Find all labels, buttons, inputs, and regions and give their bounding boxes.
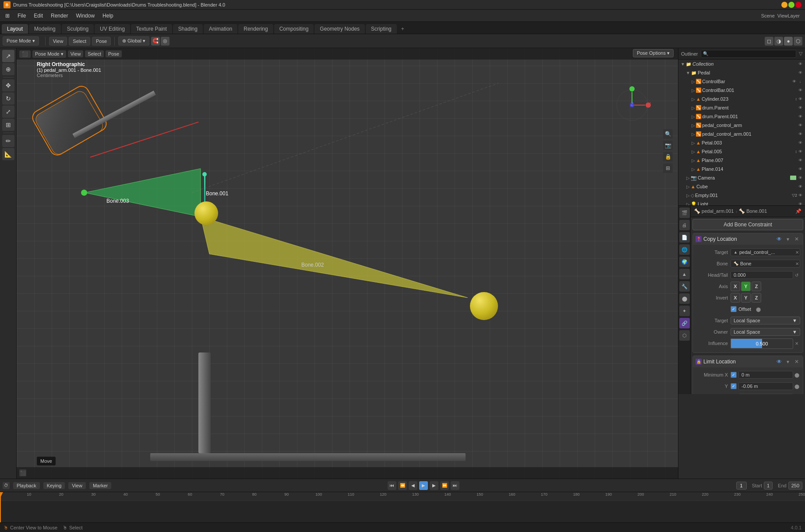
tab-animation[interactable]: Animation [204, 24, 237, 34]
invert-x-btn[interactable]: X [731, 293, 740, 303]
tab-sculpting[interactable]: Sculpting [62, 24, 94, 34]
viewport-shading-4[interactable]: ⬡ [794, 37, 802, 46]
camera-hide[interactable]: 👁 [797, 175, 803, 181]
start-frame[interactable]: 1 [764, 482, 773, 490]
pedal-hide[interactable]: 👁 [797, 70, 803, 76]
mode-selector[interactable]: Pose Mode ▾ [3, 36, 39, 46]
snap-toggle[interactable]: 🧲 [151, 37, 160, 46]
controlbar001-hide[interactable]: 👁 [797, 87, 803, 93]
viewport-pose-menu[interactable]: Pose [106, 50, 122, 57]
jump-forward-btn[interactable]: ▶ [430, 481, 438, 490]
add-constraint-button[interactable]: Add Bone Constraint [692, 219, 803, 230]
outliner-item-cylinder023[interactable]: ▷ ▲ Cylinder.023 ↕ 👁 [678, 95, 805, 103]
outliner-item-collection[interactable]: ▼ 📁 Collection 👁 [678, 60, 805, 68]
outliner-search[interactable]: 🔍 [701, 50, 796, 58]
petal003-hide[interactable]: 👁 [797, 140, 803, 146]
close-button[interactable] [795, 2, 801, 8]
viewport-shading-1[interactable]: ◻ [765, 37, 773, 46]
marker-menu[interactable]: Marker [89, 482, 111, 489]
keying-menu[interactable]: Keying [43, 482, 65, 489]
view-timeline-menu[interactable]: View [68, 482, 86, 489]
tab-layout[interactable]: Layout [2, 24, 28, 34]
invert-y-btn[interactable]: Y [741, 293, 751, 303]
proportional-edit[interactable]: ◎ [161, 37, 169, 46]
outliner-item-petal003[interactable]: ▷ ▲ Petal.003 👁 [678, 138, 805, 147]
props-render-icon[interactable]: 🎬 [679, 208, 690, 218]
props-object-icon[interactable]: ▲ [679, 269, 690, 279]
headtail-value[interactable]: 0.000 [731, 271, 793, 279]
file-menu[interactable]: File [14, 11, 29, 20]
tab-compositing[interactable]: Compositing [274, 24, 314, 34]
maximize-button[interactable] [788, 2, 794, 8]
tab-texture-paint[interactable]: Texture Paint [131, 24, 172, 34]
pca-hide[interactable]: 👁 [797, 122, 803, 128]
outliner-item-light[interactable]: ▷ 💡 Light 👁 [678, 200, 805, 206]
drum-parent001-hide[interactable]: 👁 [797, 113, 803, 120]
owner-space-dropdown[interactable]: Local Space ▼ [731, 328, 800, 336]
outliner-item-cube[interactable]: ▷ ▲ Cube 👁 [678, 182, 805, 191]
cb-expand[interactable]: ▷ [691, 79, 696, 84]
props-pin[interactable]: 📌 [795, 208, 801, 214]
outliner-item-controlbar001[interactable]: ▷ 🦴 ControlBar.001 👁 [678, 86, 805, 95]
offset-checkbox[interactable] [731, 306, 737, 312]
tab-uv-editing[interactable]: UV Editing [95, 24, 130, 34]
min-x-reset[interactable]: ⬤ [793, 371, 800, 378]
min-y-field[interactable]: -0.06 m [738, 382, 793, 390]
zoom-to-fit[interactable]: 🔍 [663, 129, 673, 139]
cursor-tool[interactable]: ⊕ [2, 63, 14, 75]
outliner-item-controlbar[interactable]: ▷ 🦴 ControlBar 👁 ↓ [678, 77, 805, 86]
view-menu[interactable]: View [49, 37, 67, 46]
grid-view[interactable]: ⊞ [663, 163, 673, 173]
move-tool[interactable]: ✥ [2, 79, 14, 92]
outliner-item-drum-parent001[interactable]: ▷ 🦴 drum.Parent.001 👁 [678, 112, 805, 121]
offset-reset[interactable]: ⬤ [755, 306, 762, 313]
pose-options-btn[interactable]: Pose Options ▾ [633, 49, 674, 57]
scale-tool[interactable]: ⤢ [2, 106, 14, 118]
tab-modeling[interactable]: Modeling [29, 24, 61, 34]
blender-menu-item[interactable]: ⊞ [2, 11, 13, 20]
controlbar-hide[interactable]: 👁 [791, 78, 797, 85]
limit-location-close[interactable]: ✕ [793, 358, 800, 365]
tab-shading[interactable]: Shading [173, 24, 203, 34]
pedal-expand[interactable]: ▼ [685, 70, 691, 75]
invert-z-btn[interactable]: Z [752, 293, 761, 303]
props-constraints-icon[interactable]: 🔗 [679, 318, 690, 328]
min-x-field[interactable]: 0 m [738, 371, 793, 379]
viewport-footer-icon[interactable]: ⬛ [19, 469, 26, 476]
viewport-view-menu[interactable]: View [68, 50, 84, 57]
measure-tool[interactable]: 📐 [2, 148, 14, 160]
step-forward-btn[interactable]: ⏩ [440, 481, 449, 490]
timeline-icon[interactable]: ⏱ [3, 482, 10, 489]
props-data-icon[interactable]: ⬡ [679, 330, 690, 341]
help-menu[interactable]: Help [99, 11, 117, 20]
3d-viewport[interactable]: ⬛ Pose Mode ▾ View Select Pose Pose Opti… [17, 48, 678, 479]
bone-value[interactable]: 🦴 Bone ✕ [731, 260, 800, 268]
min-y-reset[interactable]: ⬤ [793, 383, 800, 390]
min-z-field[interactable]: 0 m [738, 394, 793, 394]
playback-menu[interactable]: Playback [13, 482, 40, 489]
jump-start-btn[interactable]: ⏮ [388, 481, 396, 490]
props-world-icon[interactable]: 🌍 [679, 257, 690, 267]
tab-geometry-nodes[interactable]: Geometry Nodes [314, 24, 365, 34]
timeline-track[interactable]: 1 10 20 30 40 50 60 70 80 90 100 110 120… [0, 492, 805, 522]
controlbar-select[interactable]: ↓ [797, 78, 803, 85]
pose-menu[interactable]: Pose [92, 37, 111, 46]
collection-expand[interactable]: ▼ [680, 61, 685, 67]
tab-scripting[interactable]: Scripting [366, 24, 397, 34]
select-tool[interactable]: ↗ [2, 50, 14, 62]
props-view-layer-icon[interactable]: 📄 [679, 232, 690, 243]
props-scene-icon[interactable]: 🌐 [679, 244, 690, 255]
step-back-btn[interactable]: ⏪ [398, 481, 407, 490]
limit-location-down[interactable]: ▼ [784, 358, 791, 365]
outliner-item-camera[interactable]: ▷ 📷 Camera 👁 [678, 173, 805, 182]
props-output-icon[interactable]: 🖨 [679, 220, 690, 230]
end-frame[interactable]: 250 [788, 482, 802, 490]
influence-reset-1[interactable]: ✕ [793, 340, 800, 347]
props-modifier-icon[interactable]: 🔧 [679, 281, 690, 292]
outliner-item-plane014[interactable]: ▷ ▲ Plane.014 👁 [678, 165, 805, 173]
headtail-reset[interactable]: ↺ [793, 271, 800, 278]
outliner-filter[interactable]: ▽ [799, 51, 802, 56]
annotate-tool[interactable]: ✏ [2, 135, 14, 147]
render-menu[interactable]: Render [47, 11, 71, 20]
target-clear-btn[interactable]: ✕ [795, 250, 799, 255]
